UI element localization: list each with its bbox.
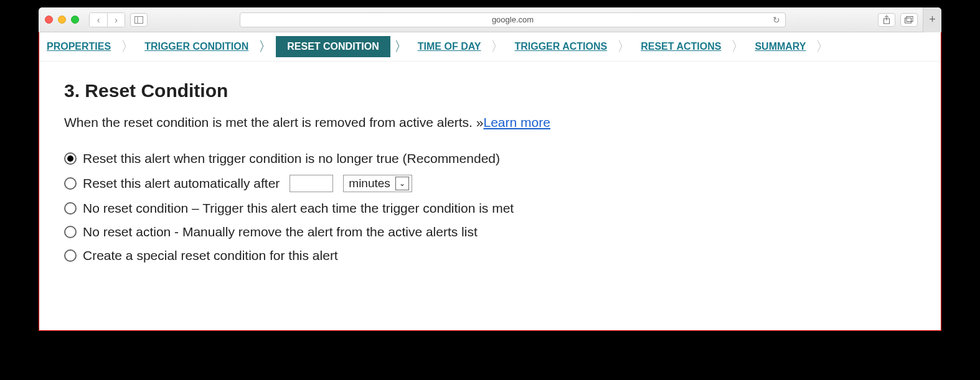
- step-separator-icon: 〉: [255, 37, 276, 56]
- step-separator-icon: 〉: [613, 37, 634, 56]
- radio-icon[interactable]: [64, 202, 77, 215]
- chevron-left-icon: ‹: [97, 15, 100, 25]
- step-separator-icon: 〉: [727, 37, 748, 56]
- page-description: When the reset condition is met the aler…: [64, 115, 916, 130]
- auto-reset-value-input[interactable]: [290, 175, 333, 192]
- wizard-step-summary[interactable]: SUMMARY: [748, 37, 812, 56]
- back-button[interactable]: ‹: [90, 13, 107, 27]
- step-separator-icon: 〉: [117, 37, 138, 56]
- time-unit-value: minutes: [349, 177, 390, 190]
- radio-icon[interactable]: [64, 177, 77, 190]
- wizard-step-trigger-condition[interactable]: TRIGGER CONDITION: [138, 37, 255, 56]
- page-heading: 3. Reset Condition: [64, 80, 916, 101]
- option-label: No reset action - Manually remove the al…: [83, 225, 478, 239]
- wizard-step-properties[interactable]: PROPERTIES: [40, 37, 117, 56]
- share-button[interactable]: [878, 13, 895, 27]
- radio-icon[interactable]: [64, 152, 77, 165]
- option-reset-when-no-longer-true[interactable]: Reset this alert when trigger condition …: [64, 151, 916, 166]
- svg-rect-4: [905, 18, 912, 23]
- step-separator-icon: 〉: [812, 37, 833, 56]
- page-body: 3. Reset Condition When the reset condit…: [39, 62, 941, 282]
- wizard-steps: PROPERTIES 〉 TRIGGER CONDITION 〉 RESET C…: [39, 32, 941, 62]
- browser-toolbar: ‹ › google.com ↻: [39, 7, 941, 32]
- wizard-step-reset-actions[interactable]: RESET ACTIONS: [634, 37, 727, 56]
- radio-icon[interactable]: [64, 249, 77, 262]
- time-unit-dropdown[interactable]: minutes ⌄: [343, 175, 412, 192]
- option-no-reset-condition[interactable]: No reset condition – Trigger this alert …: [64, 201, 916, 216]
- plus-icon: +: [929, 13, 936, 26]
- step-separator-icon: 〉: [390, 37, 412, 56]
- tabs-icon: [905, 16, 913, 24]
- forward-button[interactable]: ›: [107, 13, 125, 27]
- address-text: google.com: [492, 15, 534, 24]
- sidebar-toggle-button[interactable]: [130, 13, 148, 27]
- option-special-reset-condition[interactable]: Create a special reset condition for thi…: [64, 248, 916, 263]
- wizard-step-trigger-actions[interactable]: TRIGGER ACTIONS: [508, 37, 613, 56]
- learn-more-link[interactable]: Learn more: [483, 115, 550, 129]
- svg-rect-5: [907, 16, 913, 21]
- nav-button-group: ‹ ›: [89, 12, 125, 27]
- chevron-right-icon: ›: [115, 15, 118, 25]
- window-controls: [45, 16, 79, 24]
- minimize-window-button[interactable]: [58, 16, 66, 24]
- new-tab-button[interactable]: +: [923, 7, 941, 32]
- svg-rect-0: [135, 16, 143, 23]
- option-no-reset-action[interactable]: No reset action - Manually remove the al…: [64, 225, 916, 239]
- tabs-button[interactable]: [900, 13, 918, 27]
- sidebar-icon: [134, 16, 143, 24]
- maximize-window-button[interactable]: [71, 16, 79, 24]
- chevron-down-icon: ⌄: [395, 177, 409, 190]
- wizard-step-time-of-day[interactable]: TIME OF DAY: [412, 37, 488, 56]
- share-icon: [883, 16, 890, 24]
- reload-icon[interactable]: ↻: [773, 15, 780, 25]
- option-label: Reset this alert automatically after: [83, 176, 280, 191]
- option-label: No reset condition – Trigger this alert …: [83, 201, 514, 216]
- wizard-step-reset-condition[interactable]: RESET CONDITION: [276, 36, 390, 57]
- option-label: Create a special reset condition for thi…: [83, 248, 338, 263]
- toolbar-right-group: [878, 13, 918, 27]
- option-reset-automatically-after[interactable]: Reset this alert automatically after min…: [64, 175, 916, 192]
- option-label: Reset this alert when trigger condition …: [83, 151, 500, 166]
- radio-icon[interactable]: [64, 226, 77, 238]
- reset-options: Reset this alert when trigger condition …: [64, 151, 916, 263]
- step-separator-icon: 〉: [487, 37, 508, 56]
- page-content: PROPERTIES 〉 TRIGGER CONDITION 〉 RESET C…: [39, 32, 941, 331]
- browser-window: ‹ › google.com ↻: [39, 7, 941, 331]
- description-text: When the reset condition is met the aler…: [64, 115, 483, 129]
- close-window-button[interactable]: [45, 16, 53, 24]
- address-bar[interactable]: google.com ↻: [240, 12, 786, 27]
